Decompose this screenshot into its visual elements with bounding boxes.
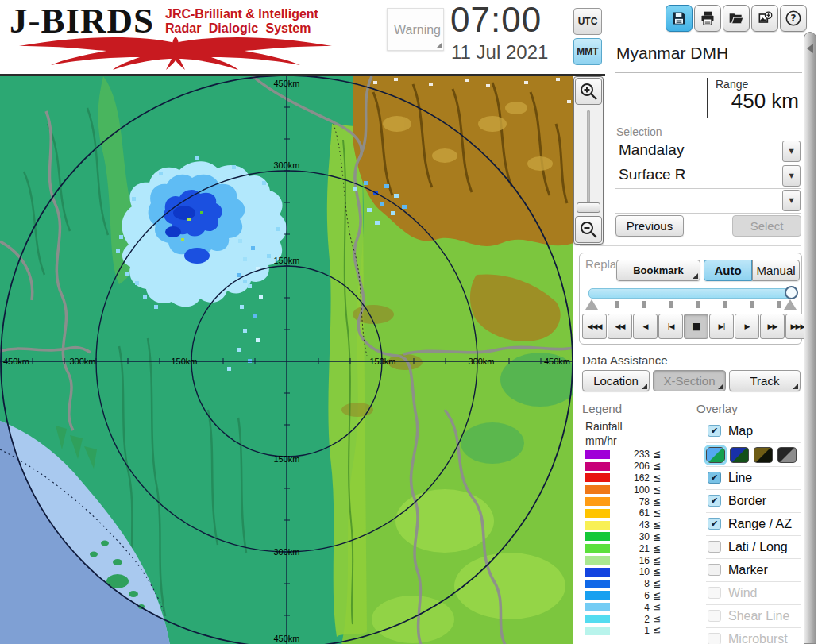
add-image-button[interactable] (751, 5, 778, 32)
overlay-row-line[interactable]: ✔ Line (706, 466, 801, 490)
replay-slider-handle[interactable] (785, 286, 798, 299)
station-name: Myanmar DMH (616, 44, 728, 63)
lte-icon: ≦ (653, 449, 661, 460)
legend-row: 43≦ (585, 519, 661, 531)
range-start-marker[interactable] (585, 299, 598, 310)
overlay-item-label: Microburst (728, 632, 788, 644)
lte-icon: ≦ (653, 531, 661, 542)
map-style-black-gray[interactable] (777, 447, 797, 463)
dropdown-corner-icon (718, 384, 723, 389)
print-button[interactable] (694, 5, 721, 32)
extra-select-arrow[interactable]: ▼ (782, 190, 801, 211)
legend-swatch (585, 473, 610, 482)
rewind-fastest-button[interactable]: ◀◀◀ (582, 314, 607, 339)
location-button[interactable]: Location (582, 370, 650, 391)
lte-icon: ≦ (653, 555, 661, 566)
overlay-item-label: Lati / Long (728, 540, 788, 554)
ring-label-300-right: 300km (468, 357, 494, 366)
range-az-checkbox[interactable]: ✔ (708, 518, 721, 530)
map-style-olive-black[interactable] (754, 447, 773, 463)
lte-icon: ≦ (653, 543, 661, 554)
extra-select[interactable]: ▼ (615, 189, 801, 214)
lte-icon: ≦ (653, 566, 661, 577)
lte-icon: ≦ (653, 496, 661, 507)
xsection-button[interactable]: X-Section (653, 370, 726, 391)
rewind-fast-button[interactable]: ◀◀ (608, 314, 632, 339)
map-style-blue-green[interactable] (706, 447, 725, 463)
lte-icon: ≦ (653, 602, 661, 613)
legend-row: 2≦ (585, 613, 661, 625)
data-assistance-label: Data Assistance (582, 353, 668, 367)
ring-label-300-bottom: 300km (273, 547, 299, 557)
overlay-row-microburst: Microburst (706, 627, 801, 644)
step-back-button[interactable]: |◀ (658, 314, 683, 339)
replay-timeline-slider[interactable] (588, 288, 795, 299)
radar-map-view[interactable]: 450km 300km 150km 150km 300km 450km 450k… (0, 76, 573, 644)
marker-checkbox[interactable] (708, 564, 721, 576)
panel-divider (615, 72, 802, 73)
overlay-label: Overlay (696, 402, 738, 415)
legend-row: 78≦ (585, 496, 661, 507)
lte-icon: ≦ (653, 472, 661, 484)
legend-swatch (585, 521, 610, 530)
map-checkbox[interactable]: ✔ (708, 425, 721, 437)
collapse-left-arrow-icon (807, 44, 813, 53)
panel-collapse-strip[interactable] (804, 0, 818, 644)
step-forward-button[interactable]: ▶| (709, 314, 734, 339)
location-label: Location (593, 374, 639, 388)
print-icon (700, 10, 716, 26)
legend-row: 8≦ (585, 578, 661, 590)
range-value: 450 km (696, 89, 799, 114)
clock-date: 11 Jul 2021 (451, 41, 548, 64)
manual-label: Manual (756, 264, 795, 277)
track-button[interactable]: Track (729, 370, 801, 391)
line-checkbox[interactable]: ✔ (708, 472, 721, 484)
xsection-label: X-Section (663, 374, 715, 388)
panel-collapse-handle[interactable] (804, 32, 816, 644)
app-logo-subtitle: JRC-Brilliant & Intelligent Radar Dialog… (165, 7, 318, 36)
site-select-arrow[interactable]: ▼ (782, 141, 801, 162)
forward-fast-button[interactable]: ▶▶ (760, 314, 785, 339)
product-select-value: Surface R (619, 166, 685, 183)
play-button[interactable]: ▶ (735, 314, 759, 339)
site-select[interactable]: Mandalay ▼ (615, 140, 801, 164)
ring-label-300-top: 300km (273, 160, 299, 170)
legend-title-line1: Rainfall (585, 419, 623, 434)
auto-mode-button[interactable]: Auto (704, 260, 752, 281)
auto-label: Auto (714, 264, 741, 277)
product-select[interactable]: Surface R ▼ (615, 164, 801, 189)
product-select-arrow[interactable]: ▼ (782, 165, 801, 187)
lte-icon: ≦ (653, 625, 661, 636)
play-reverse-button[interactable]: ◀ (633, 314, 658, 339)
radar-map-canvas: 450km 300km 150km 150km 300km 450km 450k… (0, 76, 573, 644)
open-file-button[interactable] (723, 5, 750, 32)
save-button[interactable] (666, 5, 693, 32)
legend-swatch (585, 532, 610, 541)
border-checkbox[interactable]: ✔ (708, 495, 721, 507)
map-style-navy-green[interactable] (730, 447, 749, 463)
legend-row: 1≦ (585, 625, 661, 637)
help-button[interactable]: ? (780, 5, 807, 32)
overlay-row-border[interactable]: ✔ Border (706, 489, 801, 513)
overlay-row-map[interactable]: ✔ Map (706, 419, 801, 443)
legend-swatch (585, 485, 610, 494)
dropdown-corner-icon (642, 384, 647, 389)
range-end-marker[interactable] (784, 299, 797, 310)
previous-button[interactable]: Previous (615, 215, 684, 237)
check-icon: ✔ (711, 473, 718, 482)
manual-mode-button[interactable]: Manual (752, 260, 800, 281)
ring-label-450-bottom: 450km (273, 634, 299, 643)
stop-button[interactable]: ■ (684, 314, 708, 339)
warning-button[interactable]: Warning (387, 8, 444, 51)
previous-label: Previous (627, 219, 673, 233)
legend-row: 233≦ (585, 449, 661, 461)
ring-label-150-left: 150km (171, 357, 197, 366)
lte-icon: ≦ (653, 484, 661, 496)
overlay-row-marker[interactable]: Marker (706, 558, 801, 582)
lati-long-checkbox[interactable] (708, 541, 721, 553)
overlay-row-range-az[interactable]: ✔ Range / AZ (706, 512, 801, 536)
overlay-row-lati-long[interactable]: Lati / Long (706, 535, 801, 559)
bookmark-button[interactable]: Bookmark (616, 260, 700, 281)
file-toolbar: ? (666, 5, 807, 32)
shear-line-checkbox (708, 610, 721, 622)
